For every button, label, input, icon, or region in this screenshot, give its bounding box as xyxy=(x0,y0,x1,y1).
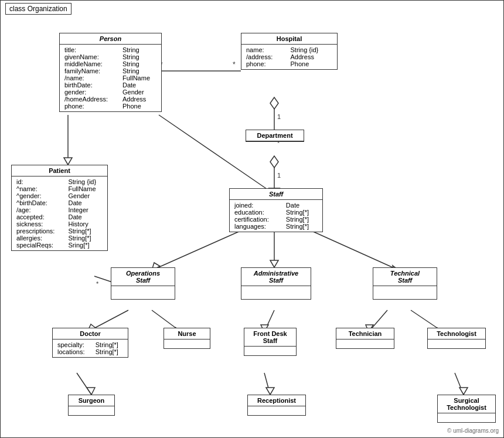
class-department-title: Department xyxy=(246,130,304,141)
class-front-desk-staff: Front DeskStaff xyxy=(244,328,297,356)
class-staff-body: joined:Date education:String[*] certific… xyxy=(230,200,322,232)
class-doctor-body: specialty:String[*] locations:String[*] xyxy=(53,339,128,357)
svg-text:*: * xyxy=(233,60,236,69)
svg-line-36 xyxy=(264,373,270,395)
class-nurse-title: Nurse xyxy=(164,328,210,339)
class-technologist: Technologist xyxy=(427,328,486,349)
class-administrative-staff-title: AdministrativeStaff xyxy=(241,268,311,286)
class-person-title: Person xyxy=(60,33,161,45)
diagram-title: class Organization xyxy=(5,3,71,15)
svg-marker-39 xyxy=(459,388,468,395)
class-technical-staff-title: TechnicalStaff xyxy=(373,268,437,286)
class-surgeon: Surgeon xyxy=(68,395,115,416)
svg-line-34 xyxy=(77,373,91,395)
class-technician-title: Technician xyxy=(336,328,394,339)
svg-marker-21 xyxy=(270,260,278,267)
class-surgical-technologist-title: SurgicalTechnologist xyxy=(438,395,495,413)
class-hospital: Hospital name:String {id} /address:Addre… xyxy=(241,33,338,70)
svg-text:1: 1 xyxy=(277,113,281,120)
class-technical-staff: TechnicalStaff xyxy=(373,267,437,300)
class-technologist-title: Technologist xyxy=(428,328,485,339)
svg-marker-8 xyxy=(270,156,278,168)
class-doctor-title: Doctor xyxy=(53,328,128,339)
class-hospital-title: Hospital xyxy=(241,33,337,45)
svg-text:*: * xyxy=(96,280,99,287)
svg-line-38 xyxy=(455,373,464,395)
class-person-body: title:String givenName:String middleName… xyxy=(60,45,161,111)
class-doctor: Doctor specialty:String[*] locations:Str… xyxy=(52,328,128,358)
class-person: Person title:String givenName:String mid… xyxy=(59,33,162,112)
class-administrative-staff: AdministrativeStaff xyxy=(241,267,311,300)
class-surgeon-title: Surgeon xyxy=(69,395,114,406)
svg-line-18 xyxy=(152,228,247,270)
class-front-desk-staff-title: Front DeskStaff xyxy=(244,328,296,347)
class-department: Department xyxy=(246,130,304,142)
class-patient: Patient id:String {id} ^name:FullName ^g… xyxy=(11,165,108,251)
class-receptionist-title: Receptionist xyxy=(248,395,305,406)
class-staff: Staff joined:Date education:String[*] ce… xyxy=(229,188,323,232)
class-hospital-body: name:String {id} /address:Address phone:… xyxy=(241,45,337,69)
class-patient-body: id:String {id} ^name:FullName ^gender:Ge… xyxy=(12,176,107,250)
svg-marker-35 xyxy=(87,388,95,395)
class-operations-staff-title: OperationsStaff xyxy=(111,268,175,286)
copyright: © uml-diagrams.org xyxy=(447,427,499,434)
class-nurse: Nurse xyxy=(164,328,210,349)
svg-line-13 xyxy=(159,115,274,194)
svg-marker-12 xyxy=(64,158,72,165)
class-receptionist: Receptionist xyxy=(247,395,306,416)
diagram-container: class Organization * * 1 * 1 * * * xyxy=(0,0,504,438)
class-operations-staff: OperationsStaff xyxy=(111,267,175,300)
class-staff-title: Staff xyxy=(230,189,322,200)
svg-line-22 xyxy=(305,228,399,270)
svg-text:1: 1 xyxy=(277,172,281,179)
class-technician: Technician xyxy=(336,328,394,349)
svg-marker-37 xyxy=(266,388,274,395)
class-patient-title: Patient xyxy=(12,165,107,176)
svg-marker-4 xyxy=(270,97,278,109)
class-surgical-technologist: SurgicalTechnologist xyxy=(437,395,496,423)
